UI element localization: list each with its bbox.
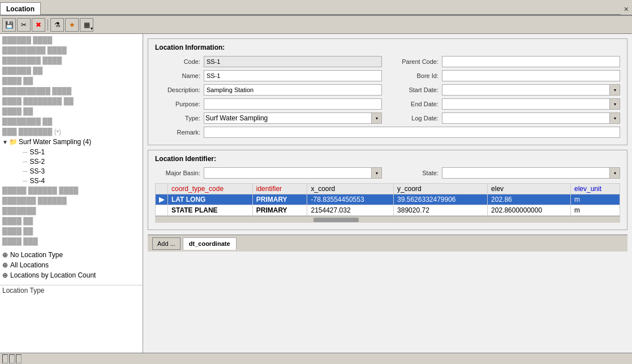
tree-node-surf-water[interactable]: ▼ 📁 Surf Water Sampling (4) xyxy=(0,137,143,147)
col-coord-type[interactable]: coord_type_code xyxy=(168,184,253,194)
type-label: Type: xyxy=(155,115,200,122)
list-item[interactable]: ███████ xyxy=(0,206,143,216)
sidebar-item-no-location-type[interactable]: ⊕ No Location Type xyxy=(0,250,143,260)
bookmark-button[interactable]: ★ xyxy=(65,18,79,32)
bore-id-label: Bore Id: xyxy=(393,72,438,79)
end-date-select[interactable]: ▾ xyxy=(442,98,620,110)
section1-title: Location Information: xyxy=(155,44,620,51)
ss2-label: SS-2 xyxy=(30,158,45,166)
list-item[interactable]: ██████████ ████ xyxy=(0,86,143,96)
list-item-ss3[interactable]: ─ SS-3 xyxy=(0,166,143,176)
list-item[interactable]: ████ ██ xyxy=(0,76,143,86)
log-date-select[interactable]: ▾ xyxy=(442,112,620,124)
bore-id-row: Bore Id: xyxy=(393,70,620,81)
status-bar xyxy=(0,353,632,364)
x-coord-cell: -78.83554450553 xyxy=(307,194,394,205)
list-item[interactable]: ██████ ██ xyxy=(0,66,143,76)
remark-label: Remark: xyxy=(155,129,200,136)
list-item[interactable]: ████ ███ xyxy=(0,236,143,246)
location-type-footer-label: Location Type xyxy=(2,287,45,294)
list-item-ss1[interactable]: ─ SS-1 xyxy=(0,147,143,157)
list-item[interactable]: ████ ██ xyxy=(0,226,143,236)
remark-row: Remark: xyxy=(155,127,620,138)
table-row[interactable]: STATE PLANE PRIMARY 2154427.032 389020.7… xyxy=(156,205,620,216)
name-input[interactable] xyxy=(204,70,382,81)
col-elev[interactable]: elev xyxy=(488,184,571,194)
filter-button[interactable]: ⚗ xyxy=(50,18,64,32)
list-item[interactable]: █████████ ████ xyxy=(0,45,143,55)
parent-code-input[interactable] xyxy=(442,56,620,67)
list-item-ss4[interactable]: ─ SS-4 xyxy=(0,176,143,185)
description-input[interactable] xyxy=(204,84,382,96)
log-date-label: Log Date: xyxy=(393,115,438,122)
list-item[interactable]: ███ ███████ (•) xyxy=(0,127,143,137)
coord-type-cell: STATE PLANE xyxy=(168,205,253,216)
sort-coord-type[interactable]: coord_type_code xyxy=(171,185,223,193)
col-indicator xyxy=(156,184,168,194)
list-item[interactable]: ████ ██ xyxy=(0,106,143,116)
status-segment3 xyxy=(16,354,22,363)
list-item[interactable]: ██████ ████ xyxy=(0,35,143,45)
state-label: State: xyxy=(393,170,438,176)
code-input[interactable] xyxy=(204,56,382,67)
save-button[interactable]: 💾 xyxy=(2,18,16,32)
cut-icon: ✂ xyxy=(21,21,27,29)
sidebar-item-all-locations[interactable]: ⊕ All Locations xyxy=(0,260,143,270)
bore-id-input[interactable] xyxy=(442,70,620,81)
location-tab[interactable]: Location xyxy=(0,2,41,15)
ss3-label: SS-3 xyxy=(30,167,45,175)
list-item-ss2[interactable]: ─ SS-2 xyxy=(0,157,143,166)
code-label: Code: xyxy=(155,58,200,65)
grid-button[interactable]: ▦ ▾ xyxy=(80,18,93,32)
major-basin-select[interactable]: ▾ xyxy=(204,167,382,179)
list-item[interactable]: ████ ██ xyxy=(0,216,143,226)
identifier-cell: PRIMARY xyxy=(252,194,307,205)
y-coord-cell: 389020.72 xyxy=(394,205,488,216)
horizontal-scrollbar[interactable] xyxy=(155,216,620,223)
col-x-coord[interactable]: x_coord xyxy=(307,184,394,194)
coord-type-cell: LAT LONG xyxy=(168,194,253,205)
description-label: Description: xyxy=(155,86,200,93)
start-date-arrow: ▾ xyxy=(609,85,620,95)
surf-water-label: Surf Water Sampling (4) xyxy=(19,138,91,146)
sort-identifier[interactable]: identifier xyxy=(256,185,282,193)
no-location-label: No Location Type xyxy=(10,251,63,259)
content-area: Location Information: Code: Parent Code:… xyxy=(143,34,632,353)
list-item[interactable]: ███████ ██████ xyxy=(0,196,143,206)
sidebar-item-by-count[interactable]: ⊕ Locations by Location Count xyxy=(0,270,143,280)
list-item[interactable]: ████ ████████ ██ xyxy=(0,96,143,106)
table-row[interactable]: ▶ LAT LONG PRIMARY -78.83554450553 39.56… xyxy=(156,194,620,205)
description-row: Description: xyxy=(155,84,382,96)
dt-coordinate-tab[interactable]: dt_coordinate xyxy=(183,237,237,250)
start-date-select[interactable]: ▾ xyxy=(442,84,620,96)
col-y-coord[interactable]: y_coord xyxy=(394,184,488,194)
col-elev-unit[interactable]: elev_unit xyxy=(570,184,620,194)
close-button[interactable]: × xyxy=(621,3,632,15)
col-identifier[interactable]: identifier xyxy=(252,184,307,194)
name-row: Name: xyxy=(155,70,382,81)
parent-code-label: Parent Code: xyxy=(393,58,438,65)
location-information-section: Location Information: Code: Parent Code:… xyxy=(148,38,627,145)
list-item[interactable]: ████████ ████ xyxy=(0,55,143,66)
delete-button[interactable]: ✖ xyxy=(32,18,45,32)
add-button[interactable]: Add ... xyxy=(152,237,180,250)
log-date-arrow: ▾ xyxy=(609,113,620,123)
ss4-label: SS-4 xyxy=(30,177,45,185)
elev-cell: 202.86 xyxy=(488,194,571,205)
ss1-label: SS-1 xyxy=(30,148,45,156)
scrollbar-thumb[interactable] xyxy=(313,218,359,222)
plus-icon2: ⊕ xyxy=(2,261,8,269)
list-item[interactable]: █████ ██████ ████ xyxy=(0,185,143,196)
state-select[interactable]: ▾ xyxy=(442,167,620,179)
type-arrow: ▾ xyxy=(371,113,381,123)
remark-input[interactable] xyxy=(204,127,620,138)
row-indicator-cell xyxy=(156,205,168,216)
cut-button[interactable]: ✂ xyxy=(17,18,31,32)
plus-icon: ⊕ xyxy=(2,251,8,259)
type-select[interactable]: Surf Water Sampling ▾ xyxy=(204,112,382,124)
delete-icon: ✖ xyxy=(36,21,41,29)
state-arrow: ▾ xyxy=(609,168,620,178)
purpose-input[interactable] xyxy=(204,98,382,110)
end-date-row: End Date: ▾ xyxy=(393,98,620,110)
list-item[interactable]: ████████ ██ xyxy=(0,116,143,127)
